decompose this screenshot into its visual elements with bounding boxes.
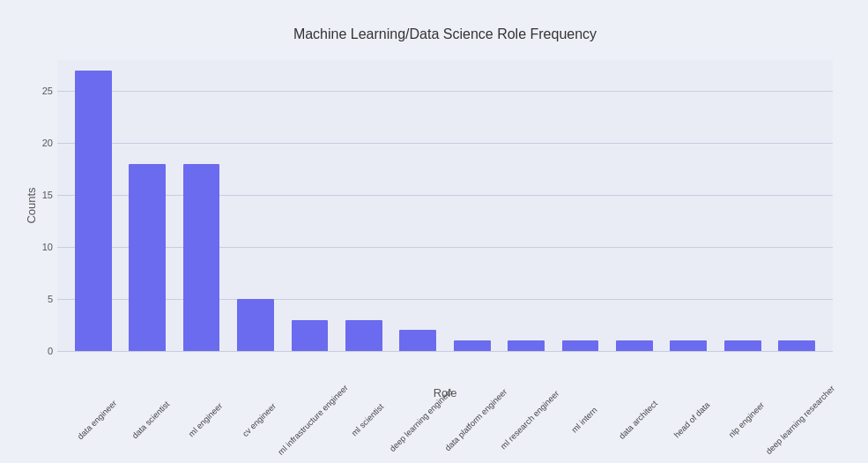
bar-group: deep learning engineer xyxy=(391,60,445,351)
bar-label: nlp engineer xyxy=(726,400,766,440)
bar-label: ml scientist xyxy=(349,401,385,437)
bar-group: data architect xyxy=(607,60,661,351)
bar-group: ml scientist xyxy=(337,60,390,351)
bar xyxy=(616,340,653,351)
y-tick-label: 15 xyxy=(31,190,53,200)
bar xyxy=(724,340,761,351)
bar xyxy=(292,320,329,351)
y-tick-label: 5 xyxy=(31,294,53,304)
bar-label: data engineer xyxy=(75,398,118,441)
bar-label: ml infrastructure engineer xyxy=(276,383,350,457)
bar xyxy=(562,340,599,351)
chart-container: Machine Learning/Data Science Role Frequ… xyxy=(0,0,868,463)
bar-label: deep learning researcher xyxy=(764,384,836,456)
y-tick-label: 0 xyxy=(31,346,53,356)
bar xyxy=(454,340,491,351)
bar xyxy=(183,164,220,351)
bar-label: ml intern xyxy=(569,405,599,435)
chart-title: Machine Learning/Data Science Role Frequ… xyxy=(57,26,833,42)
bar xyxy=(129,164,166,351)
bar-label: data scientist xyxy=(130,399,172,440)
chart-area: Counts Role 0510152025 data engineerdata… xyxy=(57,60,833,351)
y-gridline: 0 xyxy=(57,351,833,352)
y-tick-label: 10 xyxy=(31,242,53,252)
bars-wrapper: data engineerdata scientistml engineercv… xyxy=(57,60,833,351)
bar-group: data scientist xyxy=(120,60,174,351)
bar-group: ml research engineer xyxy=(499,60,553,351)
bar-group: ml engineer xyxy=(174,60,228,351)
bar xyxy=(670,340,707,351)
y-tick-label: 25 xyxy=(31,86,53,96)
bar-group: cv engineer xyxy=(228,60,282,351)
bar-group: head of data xyxy=(662,60,716,351)
bar xyxy=(399,330,436,351)
bar xyxy=(778,340,815,351)
bar-group: ml infrastructure engineer xyxy=(283,60,337,351)
bar xyxy=(237,299,274,351)
bar-label: data architect xyxy=(617,399,659,441)
bar-label: cv engineer xyxy=(241,401,278,439)
bar-group: ml intern xyxy=(553,60,607,351)
bar-label: ml engineer xyxy=(186,400,224,438)
bar-group: data platform engineer xyxy=(445,60,499,351)
bar-group: deep learning researcher xyxy=(769,60,823,351)
y-tick-label: 20 xyxy=(31,138,53,148)
bar-group: data engineer xyxy=(66,60,120,351)
bar xyxy=(508,340,545,351)
bar-label: head of data xyxy=(672,400,712,439)
bar-label: ml research engineer xyxy=(499,388,561,451)
bar xyxy=(345,320,382,351)
bar-group: nlp engineer xyxy=(716,60,769,351)
bar xyxy=(75,71,112,351)
